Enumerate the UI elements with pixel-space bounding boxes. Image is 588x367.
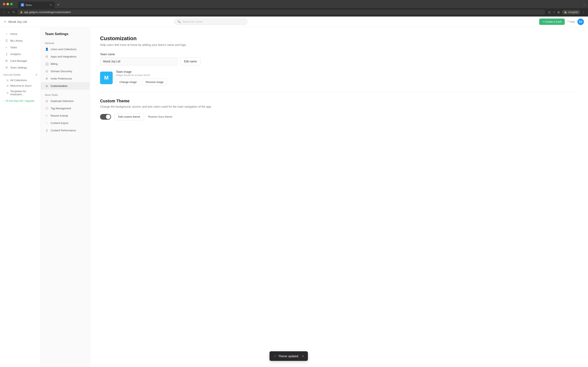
apps-icon: ⊟ <box>45 55 49 58</box>
settings-item-customization[interactable]: ◈ Customization <box>41 82 90 90</box>
billing-icon: ⬜ <box>45 62 49 66</box>
settings-item-label: Invite Preferences <box>51 77 72 80</box>
trial-upgrade-bar[interactable]: ↑ 30 trial days left • Upgrade <box>0 97 41 105</box>
change-image-button[interactable]: Change image <box>116 79 140 85</box>
home-icon: ⌂ <box>5 32 8 35</box>
welcome-icon: ⊞ <box>7 84 9 87</box>
collections-add-button[interactable]: + <box>35 73 37 77</box>
custom-theme-toggle[interactable] <box>100 114 111 120</box>
restore-theme-button[interactable]: Restore Guru theme <box>147 113 173 120</box>
traffic-light-yellow[interactable] <box>7 3 9 5</box>
templates-icon: ⊞ <box>7 91 9 94</box>
top-bar: ≡ Mood Joy Ltd 🔍 Search for Cards + Crea… <box>0 17 588 27</box>
team-name-row: Edit name <box>100 58 578 65</box>
new-tab-button[interactable]: + <box>56 3 61 7</box>
page-title: Customization <box>100 35 578 42</box>
settings-title: Team Settings <box>41 32 90 40</box>
forward-button[interactable]: › <box>7 9 10 15</box>
help-label: Help <box>570 20 575 23</box>
top-bar-right: + Create a Card ? Help DJ <box>539 18 584 25</box>
sidebar-item-team-settings[interactable]: ⚙ Team Settings <box>2 64 39 71</box>
toggle-knob <box>106 115 111 119</box>
collections-label: Collections <box>3 74 20 76</box>
toast-check-icon: ✓ <box>274 354 276 358</box>
settings-item-domain[interactable]: ◎ Domain Discovery <box>41 67 90 75</box>
sidebar-item-library[interactable]: ☰ My Library <box>2 37 39 44</box>
content-area: Customization Help users feel more at ho… <box>90 27 588 367</box>
domain-icon: ◎ <box>45 69 49 73</box>
settings-item-invite[interactable]: ⊛ Invite Preferences <box>41 75 90 82</box>
custom-theme-title: Custom Theme <box>100 99 578 103</box>
settings-item-label: Customization <box>51 84 67 87</box>
brand-name: Mood Joy Ltd <box>8 20 27 24</box>
menu-icon[interactable]: ⋮ <box>582 11 585 14</box>
browser-tab[interactable]: G Guru ✕ <box>18 2 55 8</box>
team-image-info: Team image Image should be at least 32x3… <box>116 70 167 85</box>
bookmark-icon[interactable]: ☆ <box>553 11 555 14</box>
help-button[interactable]: ? Help <box>567 20 575 23</box>
sidebar-item-home[interactable]: ⌂ Home <box>2 31 39 37</box>
remove-image-button[interactable]: Remove image <box>142 79 167 85</box>
settings-item-label: Content Performance <box>51 129 76 132</box>
users-icon: 👤 <box>45 47 49 51</box>
edit-name-button[interactable]: Edit name <box>180 58 201 65</box>
address-bar[interactable]: 🔒 app.getguru.com/settings/customization <box>17 9 545 15</box>
toast-close-button[interactable]: × <box>302 354 304 358</box>
sidebar-item-analytics[interactable]: ∥ Analytics <box>2 51 39 57</box>
sidebar-item-templates[interactable]: ⊞ Templates for employee... <box>0 89 41 97</box>
sidebar-item-label: My Library <box>10 39 23 42</box>
sidebar-item-label: Home <box>10 33 17 35</box>
analytics-icon: ∥ <box>5 52 8 56</box>
settings-item-apps[interactable]: ⊟ Apps and Integrations <box>41 53 90 60</box>
settings-item-label: Billing <box>51 62 58 66</box>
settings-item-billing[interactable]: ⬜ Billing <box>41 60 90 67</box>
theme-controls: Edit custom theme Restore Guru theme <box>100 113 578 120</box>
page-subtitle: Help users feel more at home by adding y… <box>100 43 578 47</box>
sidebar-item-label: Team Settings <box>10 66 27 69</box>
create-card-button[interactable]: + Create a Card <box>539 18 565 25</box>
team-image-hint: Image should be at least 32x32 <box>116 74 167 77</box>
trial-icon: ↑ <box>3 100 4 102</box>
incognito-icon: 🕵 <box>564 11 567 14</box>
tab-title: Guru <box>26 3 48 7</box>
settings-section-tools: Guru Tools <box>41 92 90 97</box>
custom-theme-subtitle: Change the background, accent, and text … <box>100 105 578 108</box>
settings-item-duplicate[interactable]: ◎ Duplicate Detection <box>41 97 90 105</box>
all-collections-icon: ⊞ <box>7 79 9 82</box>
sidebar-item-tasks[interactable]: ✓ Tasks <box>2 44 39 50</box>
sidebar-item-all-collections[interactable]: ⊞ All Collections <box>0 77 41 83</box>
settings-section-general: General <box>41 40 90 45</box>
settings-item-users[interactable]: 👤 Users and Collections <box>41 45 90 53</box>
sidebar-item-welcome[interactable]: ⊞ Welcome to Guru! <box>0 83 41 89</box>
incognito-badge: 🕵 Incognito <box>562 10 580 15</box>
sidebar-toggle-icon[interactable]: ≡ <box>4 20 6 24</box>
tag-icon: ☐ <box>45 106 49 110</box>
duplicate-icon: ◎ <box>45 99 49 103</box>
search-bar[interactable]: 🔍 Search for Cards <box>174 18 247 25</box>
traffic-light-red[interactable] <box>3 3 5 5</box>
back-button[interactable]: ‹ <box>3 9 6 15</box>
image-buttons: Change image Remove image <box>116 79 167 85</box>
settings-item-export[interactable]: ↑ Content Export <box>41 119 90 127</box>
settings-item-label: Domain Discovery <box>51 70 72 73</box>
extensions-icon[interactable]: ⊞ <box>557 11 560 14</box>
sidebar-item-card-manager[interactable]: ⊞ Card Manager <box>2 58 39 64</box>
team-image-avatar: M <box>100 72 113 84</box>
settings-item-activity[interactable]: ≈ Recent Activity <box>41 112 90 119</box>
sidebar-item-label: Tasks <box>10 46 17 49</box>
traffic-light-green[interactable] <box>10 3 13 5</box>
reload-button[interactable]: ↻ <box>12 9 16 15</box>
team-name-input[interactable] <box>100 58 178 65</box>
edit-theme-button[interactable]: Edit custom theme <box>114 113 144 120</box>
tab-favicon: G <box>21 3 24 7</box>
cast-icon[interactable]: ⊡ <box>548 11 551 14</box>
settings-item-performance[interactable]: ∥ Content Performance <box>41 127 90 134</box>
collections-header: Collections + <box>0 71 41 77</box>
user-avatar[interactable]: DJ <box>577 18 584 25</box>
sidebar-item-label: Analytics <box>10 53 21 56</box>
incognito-label: Incognito <box>568 11 578 14</box>
tab-close-icon[interactable]: ✕ <box>50 3 52 6</box>
team-name-label: Team name <box>100 53 578 56</box>
settings-item-tags[interactable]: ☐ Tag Management <box>41 105 90 112</box>
library-icon: ☰ <box>5 39 8 42</box>
